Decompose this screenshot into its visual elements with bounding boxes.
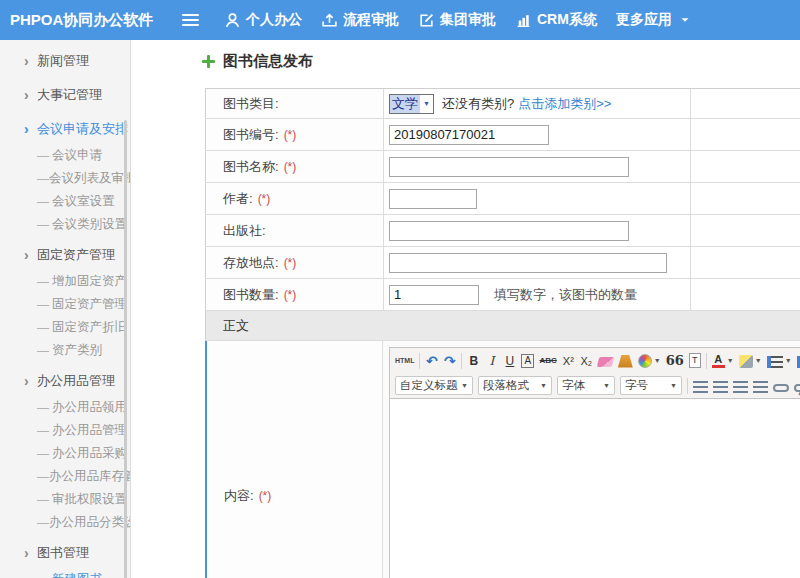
align-left-button[interactable] <box>693 376 708 396</box>
subscript-button[interactable]: X₂ <box>580 351 593 371</box>
form-row-quantity: 图书数量: (*) 填写数字，该图书的数量 <box>205 279 800 311</box>
sidebar-item-label: 增加固定资产 <box>52 273 127 290</box>
sidebar-group-1[interactable]: ›大事记管理 <box>0 80 130 110</box>
link-button[interactable] <box>773 376 789 396</box>
hamburger-menu-icon[interactable] <box>182 14 199 26</box>
caret-down-icon: ▼ <box>785 357 792 364</box>
sidebar-group-3[interactable]: ›固定资产管理 <box>0 240 130 270</box>
quantity-hint: 填写数字，该图书的数量 <box>494 286 637 304</box>
sidebar-item-2-0[interactable]: —会议申请 <box>0 144 130 167</box>
nav-item-workflow-approval[interactable]: 流程审批 <box>321 11 399 29</box>
sidebar-item-2-1[interactable]: —会议列表及审批 <box>0 167 130 190</box>
form-row-book-name: 图书名称: (*) <box>205 151 800 183</box>
sidebar-item-3-3[interactable]: —资产类别 <box>0 339 130 362</box>
font-size-dropdown[interactable]: 字号▼ <box>620 376 682 395</box>
bold-button[interactable]: B <box>467 351 480 371</box>
book-name-input[interactable] <box>389 157 629 177</box>
editor-content-area[interactable] <box>390 398 800 578</box>
italic-button[interactable]: I <box>485 351 498 371</box>
dash-icon: — <box>37 447 52 461</box>
paste-text-icon: T <box>689 353 701 368</box>
field-label: 作者: <box>223 190 253 208</box>
dash-icon: — <box>37 275 52 289</box>
book-code-input[interactable] <box>389 125 549 145</box>
align-center-icon <box>713 381 728 393</box>
dash-icon: — <box>37 401 52 415</box>
sidebar-item-4-5[interactable]: —办公用品分类设置 <box>0 511 130 534</box>
font-color-button[interactable]: A▼ <box>712 351 734 371</box>
quantity-input[interactable] <box>389 285 479 305</box>
sidebar-item-3-0[interactable]: —增加固定资产 <box>0 270 130 293</box>
sidebar-item-label: 新建图书 <box>52 571 102 578</box>
sidebar-item-5-0[interactable]: —新建图书 <box>0 568 130 578</box>
sidebar-group: ›新闻管理 <box>0 46 130 76</box>
required-mark: (*) <box>284 160 297 174</box>
highlight-pen-button[interactable]: ▼ <box>739 351 762 371</box>
sidebar-group: ›大事记管理 <box>0 80 130 110</box>
category-hint: 还没有类别? <box>442 95 514 113</box>
align-center-button[interactable] <box>713 376 728 396</box>
strikethrough-button[interactable]: ABC <box>539 351 556 371</box>
field-label: 图书编号: <box>223 126 279 144</box>
add-category-link[interactable]: 点击添加类别>> <box>518 95 611 113</box>
sidebar-group: ›图书管理—新建图书—图书管理 <box>0 538 130 578</box>
unordered-list-button[interactable]: ▼ <box>797 351 800 371</box>
sidebar-scrollbar[interactable] <box>124 120 127 578</box>
sidebar-item-4-2[interactable]: —办公用品采购 <box>0 442 130 465</box>
underline-button[interactable]: U <box>503 351 516 371</box>
custom-title-dropdown[interactable]: 自定义标题▼ <box>395 376 473 395</box>
source-icon: HTML <box>395 353 414 369</box>
paragraph-format-dropdown[interactable]: 段落格式▼ <box>478 376 552 395</box>
sidebar-item-4-3[interactable]: —办公用品库存管理 <box>0 465 130 488</box>
sidebar-item-3-2[interactable]: —固定资产折旧 <box>0 316 130 339</box>
paste-text-button[interactable]: T <box>689 351 701 371</box>
unlink-button[interactable] <box>794 376 800 396</box>
nav-item-label: 流程审批 <box>343 11 399 29</box>
sidebar-group-4[interactable]: ›办公用品管理 <box>0 366 130 396</box>
align-left-icon <box>693 381 708 393</box>
sidebar-item-4-4[interactable]: —审批权限设置 <box>0 488 130 511</box>
unordered-list-icon <box>797 356 800 368</box>
undo-button[interactable]: ↶ <box>425 351 438 371</box>
toolbar-separator <box>419 353 420 369</box>
chevron-right-icon: › <box>24 121 37 137</box>
location-input[interactable] <box>389 253 667 273</box>
dash-icon: — <box>37 195 52 209</box>
redo-button[interactable]: ↷ <box>443 351 456 371</box>
caret-down-icon: ▼ <box>461 382 468 389</box>
publisher-input[interactable] <box>389 221 629 241</box>
dropdown-label: 段落格式 <box>483 378 529 393</box>
required-mark: (*) <box>284 288 297 302</box>
blockquote-button[interactable]: 66 <box>666 351 684 371</box>
nav-item-personal-office[interactable]: 个人办公 <box>224 11 302 29</box>
nav-item-crm-system[interactable]: CRM系统 <box>515 11 597 29</box>
sidebar-group-2[interactable]: ›会议申请及安排 <box>0 114 130 144</box>
char-border-button[interactable]: A <box>521 351 534 371</box>
format-brush-icon <box>618 355 633 368</box>
sidebar-item-2-3[interactable]: —会议类别设置 <box>0 213 130 236</box>
form-row-author: 作者: (*) <box>205 183 800 215</box>
nav-item-more-apps[interactable]: 更多应用 <box>616 11 692 29</box>
color-palette-button[interactable]: ▼ <box>638 351 661 371</box>
dropdown-label: 字体 <box>562 378 585 393</box>
font-family-dropdown[interactable]: 字体▼ <box>557 376 615 395</box>
sidebar-group-5[interactable]: ›图书管理 <box>0 538 130 568</box>
sidebar-item-4-0[interactable]: —办公用品领用 <box>0 396 130 419</box>
superscript-button[interactable]: X² <box>562 351 575 371</box>
sidebar-item-2-2[interactable]: —会议室设置 <box>0 190 130 213</box>
category-select[interactable]: 文学 ▼ <box>389 94 434 114</box>
author-input[interactable] <box>389 189 477 209</box>
align-right-button[interactable] <box>733 376 748 396</box>
sidebar-item-label: 会议类别设置 <box>52 216 127 233</box>
font-color-icon: A <box>712 354 725 368</box>
ordered-list-button[interactable]: ▼ <box>767 351 792 371</box>
eraser-button[interactable] <box>598 351 613 371</box>
format-brush-button[interactable] <box>618 351 633 371</box>
source-button[interactable]: HTML <box>395 351 414 371</box>
sidebar-item-4-1[interactable]: —办公用品管理 <box>0 419 130 442</box>
sidebar-group-0[interactable]: ›新闻管理 <box>0 46 130 76</box>
sidebar-item-3-1[interactable]: —固定资产管理 <box>0 293 130 316</box>
sidebar-item-label: 固定资产折旧 <box>52 319 127 336</box>
nav-item-group-approval[interactable]: 集团审批 <box>418 11 496 29</box>
justify-button[interactable] <box>753 376 768 396</box>
